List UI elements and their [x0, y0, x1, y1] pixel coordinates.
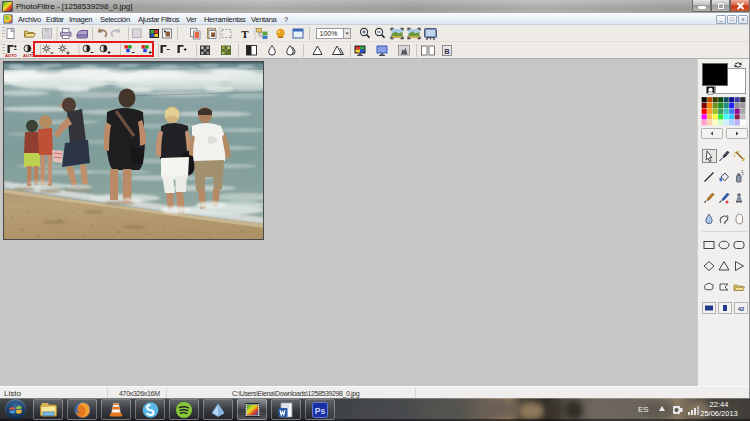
svg-text:Ps: Ps: [315, 406, 326, 416]
svg-text:42: 42: [738, 306, 745, 312]
svg-text:T: T: [241, 28, 249, 40]
svg-text:100%: 100%: [320, 30, 338, 37]
svg-text:B: B: [444, 47, 450, 56]
